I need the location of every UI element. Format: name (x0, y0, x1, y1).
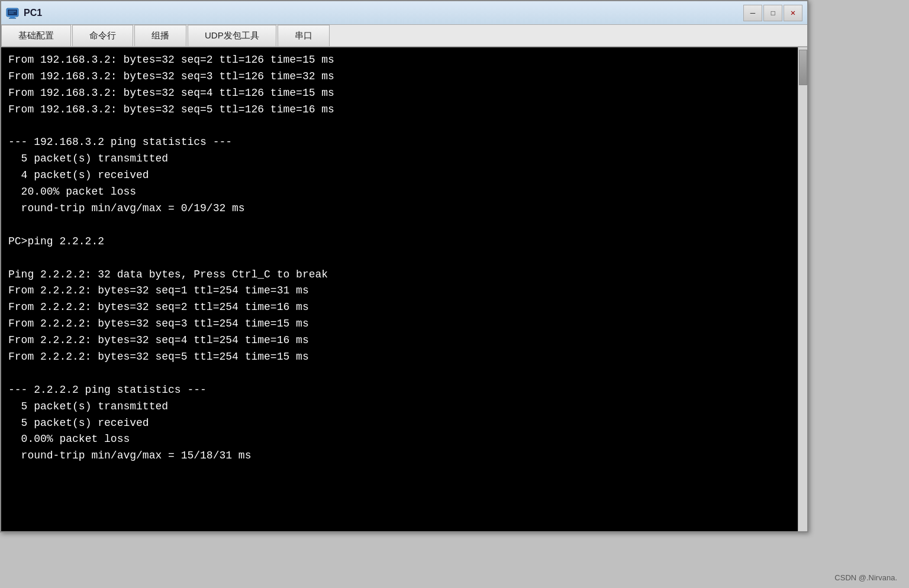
tab-basic-config[interactable]: 基础配置 (1, 25, 71, 46)
window-title: PC1 (24, 8, 42, 18)
title-bar-left: PC1 (6, 7, 42, 20)
svg-rect-3 (9, 18, 16, 19)
terminal-output[interactable]: From 192.168.3.2: bytes=32 seq=2 ttl=126… (1, 47, 798, 531)
tab-udp-tool[interactable]: UDP发包工具 (188, 25, 276, 46)
main-window: PC1 — ☐ ✕ 基础配置 命令行 组播 UDP发包工具 串口 From 19… (0, 0, 808, 532)
tab-bar: 基础配置 命令行 组播 UDP发包工具 串口 (1, 25, 807, 47)
tab-multicast[interactable]: 组播 (134, 25, 186, 46)
minimize-button[interactable]: — (743, 5, 762, 21)
terminal-wrapper: From 192.168.3.2: bytes=32 seq=2 ttl=126… (1, 47, 798, 531)
maximize-button[interactable]: ☐ (763, 5, 782, 21)
window-controls: — ☐ ✕ (743, 5, 802, 21)
content-area: From 192.168.3.2: bytes=32 seq=2 ttl=126… (1, 47, 807, 531)
app-icon (6, 7, 19, 20)
svg-rect-2 (10, 17, 15, 18)
tab-command-line[interactable]: 命令行 (72, 25, 133, 46)
close-button[interactable]: ✕ (784, 5, 802, 21)
watermark: CSDN @.Nirvana. (834, 573, 897, 582)
scrollbar-thumb[interactable] (799, 50, 807, 85)
terminal-text: From 192.168.3.2: bytes=32 seq=2 ttl=126… (8, 52, 791, 464)
tab-serial[interactable]: 串口 (278, 25, 330, 46)
scrollbar-track[interactable] (798, 47, 807, 531)
svg-rect-1 (8, 9, 17, 15)
title-bar: PC1 — ☐ ✕ (1, 1, 807, 25)
